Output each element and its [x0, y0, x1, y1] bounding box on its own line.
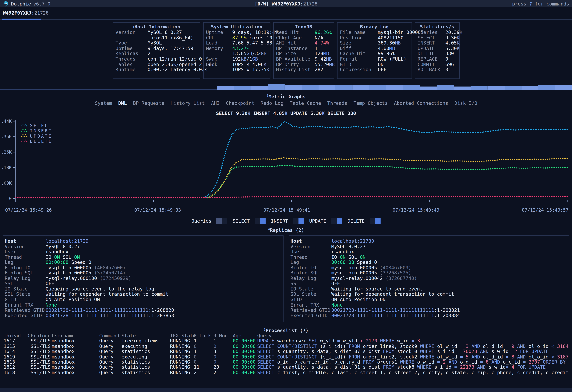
panel-row: Diff4.60MB — [337, 46, 411, 51]
toggle-update[interactable] — [332, 218, 342, 224]
svg-text:6.26K: 6.26K — [1, 149, 12, 155]
sparkline-bar — [403, 85, 420, 90]
panel-statistics-s: Statistics/sQueries20.39KSELECT9.30KINSE… — [415, 22, 460, 79]
panel-innodb: InnoDBRead Hit96.26%Chkpt AgeN/AAHI Hit4… — [273, 22, 334, 79]
panel-row: DELETE330 — [415, 51, 459, 57]
metric-tab-system[interactable]: System — [95, 100, 112, 106]
panel-row: Swap192KB/1GB — [204, 57, 270, 62]
processlist-row[interactable]: 1615SSL/TLSmsandboxQueryexecutingRUNNING… — [4, 344, 569, 349]
query-text: SELECT COUNT(DISTINCT (s_i_id)) FROM ord… — [257, 344, 569, 349]
query-text: SELECT s_quantity, s_data, s_dist_01 s_d… — [257, 365, 569, 370]
help-key: ? — [529, 1, 532, 6]
panel-row: BP Dirty55.20MB — [273, 62, 334, 67]
replica-row: ThreadIO ON SQL ON — [3, 255, 283, 260]
metric-tab-disk-i-o[interactable]: Disk I/O — [454, 100, 477, 106]
toggle-label-update: UPDATE — [309, 218, 326, 224]
sparkline-bar — [251, 86, 268, 90]
tab-bar: W492F0YXKJ:21728 — [0, 7, 572, 21]
processlist-row[interactable]: 1612SSL/TLSmsandboxQuerystatisticsRUNNIN… — [4, 365, 569, 370]
replica-row: Executed GTID00021728-1111-1111-1111-111… — [289, 313, 569, 318]
sparkline-bar — [318, 85, 335, 90]
svg-text:8.35K: 8.35K — [1, 134, 12, 139]
svg-text:10.44K: 10.44K — [1, 118, 12, 124]
panel-row: UPDATE5.30K — [415, 46, 459, 51]
metric-tab-dml[interactable]: DML — [118, 100, 127, 106]
column-header-protocol: Protocol — [31, 333, 52, 338]
sparkline-bar — [420, 86, 437, 90]
replica-row: Lag00:00:08 Speed 0 — [3, 260, 283, 265]
column-header-state: State — [122, 333, 170, 338]
processlist-row[interactable]: 1618SSL/TLSmsandboxQuerystatisticsRUNNIN… — [4, 370, 569, 375]
metric-tab-temp-objects[interactable]: Temp Objects — [353, 100, 388, 106]
column-header-trx-state: TRX State — [170, 333, 194, 338]
svg-text:INSERT: INSERT — [30, 128, 52, 133]
sparkline-bar — [217, 86, 234, 90]
hotkey-4: 4 — [268, 228, 270, 231]
toggle-delete[interactable] — [370, 218, 381, 224]
panel-row: BP Instance1 — [273, 46, 334, 51]
processlist-row[interactable]: 1614SSL/TLSmsandboxQuerystatisticsRUNNIN… — [4, 349, 569, 354]
metric-tab-threads[interactable]: Threads — [327, 100, 347, 106]
metric-tab-table-cache[interactable]: Table Cache — [290, 100, 321, 106]
panel-row: 13.85GB/32GB — [204, 51, 270, 57]
sparkline-bar — [302, 85, 318, 90]
replica-row: Errant TRXNone — [3, 302, 283, 308]
replica-row: Hostlocalhost:21729 — [3, 239, 283, 244]
svg-text:2.09K: 2.09K — [1, 180, 12, 186]
app-version: v6.7.0 — [33, 1, 50, 6]
x-axis-label: 07/12/24 15:49:26 — [5, 207, 52, 213]
replica-row: IO StateWaiting for source to send event — [289, 287, 569, 292]
toggle-select[interactable] — [255, 218, 266, 224]
column-header-username: Username — [52, 333, 99, 338]
replica-panel-1: Hostlocalhost:21729VersionMySQL 8.0.27Us… — [3, 235, 284, 322]
bottom-bar — [0, 388, 572, 392]
metric-tab-redo-log[interactable]: Redo Log — [261, 100, 283, 106]
panel-row: Memory43.27% — [204, 46, 270, 51]
metric-tab-aborted-connections[interactable]: Aborted Connections — [394, 100, 448, 106]
panel-row: ROLLBACK3 — [415, 67, 459, 73]
panel-title: Statistics/s — [415, 24, 459, 30]
x-axis-label: 07/12/24 15:49:49 — [393, 207, 439, 213]
processlist-row[interactable]: 1617SSL/TLSmsandboxQueryfreeing itemsRUN… — [4, 339, 569, 344]
connection-title: [R/W] W492F0YXKJ:21728 — [192, 1, 381, 6]
panel-row: VersionMySQL 8.0.27 — [113, 30, 200, 35]
replica-row: IO StateQueueing source event to the rel… — [3, 287, 283, 292]
replica-row: Relay Logmysql-relay.000042 (372687740) — [289, 276, 569, 281]
panel-row: TypeMySQL — [113, 41, 200, 46]
panel-row: Tablesopen 2.46K/opened 2.79K — [113, 62, 200, 67]
processlist-header: Thread IDProtocolUsernameCommandStateTRX… — [4, 333, 569, 338]
replica-row: SSLOFF — [289, 281, 569, 287]
app-name: Dolphie — [11, 1, 31, 6]
replica-row: Binlog IOmysql-bin.000005 (408457600) — [3, 265, 283, 271]
replica-row: Retrieved GTID00021728-1111-1111-1111-11… — [289, 308, 569, 313]
processlist-row[interactable]: 1619SSL/TLSmsandboxQueryexecutingRUNNING… — [4, 354, 569, 359]
replica-row: Userrsandbox — [3, 249, 283, 255]
help-hint: press ? for commands — [381, 1, 569, 6]
toggle-insert[interactable] — [293, 218, 304, 224]
sparkline-bar — [369, 85, 386, 90]
panel-row: BP Size128MB — [273, 51, 334, 57]
panel-row: Queries20.39K — [415, 30, 459, 35]
toggle-label-select: SELECT — [233, 218, 250, 224]
metric-tab-history-list[interactable]: History List — [171, 100, 205, 106]
panel-row: Uptime9 days, 17:47:59 — [113, 46, 200, 51]
sparkline-bar — [285, 85, 302, 90]
panel-title: System Utilization — [204, 24, 270, 30]
metric-tab-ahi[interactable]: AHI — [211, 100, 220, 106]
metric-tab-bp-requests[interactable]: BP Requests — [133, 100, 164, 106]
replica-row: SQL StateWaiting for dependent transacti… — [3, 292, 283, 297]
host-tab[interactable]: W492F0YXKJ:21728 — [3, 10, 48, 16]
processlist-row[interactable]: 1613SSL/TLSmsandboxQuerystatisticsRUNNIN… — [4, 359, 569, 365]
panel-row: Uptime9 days, 18:19:49 — [204, 30, 270, 35]
query-text: UPDATE warehouse7 SET w_ytd = w_ytd + 21… — [257, 339, 569, 344]
panel-row: Replicas2 — [113, 51, 200, 57]
chart-x-axis-labels: 07/12/24 15:49:2607/12/24 15:49:3307/12/… — [5, 207, 568, 213]
app-title: 🐬 Dolphie v6.7.0 — [3, 1, 192, 6]
metric-tab-checkpoint[interactable]: Checkpoint — [226, 100, 254, 106]
dolphin-icon: 🐬 — [3, 1, 9, 6]
replica-row: GTIDON Auto Position ON — [3, 297, 283, 302]
x-axis-label: 07/12/24 15:49:57 — [522, 207, 568, 213]
replica-row: Executed GTID00021728-1111-1111-1111-111… — [3, 313, 283, 318]
sparkline-bar — [352, 85, 369, 90]
toggle-queries[interactable] — [217, 218, 227, 224]
